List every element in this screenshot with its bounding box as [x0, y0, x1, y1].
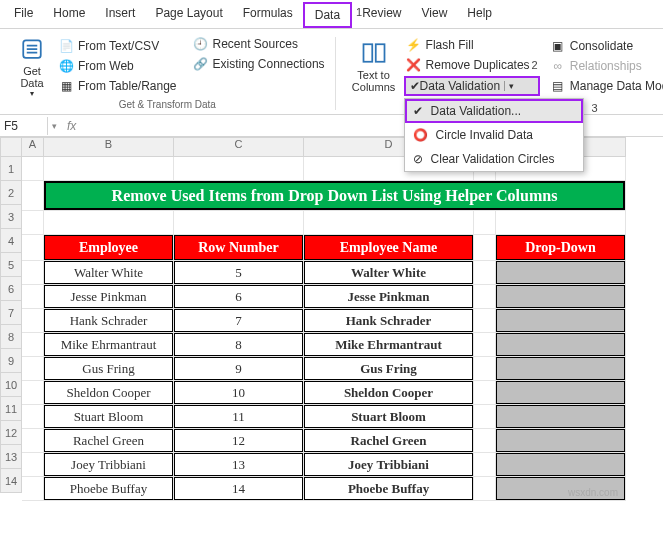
flash-fill[interactable]: ⚡Flash Fill [404, 36, 540, 54]
cell-rownumber[interactable]: 9 [174, 357, 304, 381]
row-header[interactable]: 13 [0, 445, 22, 469]
banner-cell[interactable]: Remove Used Items from Drop Down List Us… [44, 181, 626, 211]
cell-employee[interactable]: Rachel Green [44, 429, 174, 453]
existing-connections[interactable]: 🔗Existing Connections [191, 55, 327, 73]
cell[interactable] [22, 381, 44, 405]
fx-icon[interactable]: fx [61, 119, 82, 133]
tab-view[interactable]: View [412, 2, 458, 28]
cell[interactable] [22, 429, 44, 453]
cell-rownumber[interactable]: 12 [174, 429, 304, 453]
menu-data-validation[interactable]: ✔ Data Validation... [405, 99, 583, 123]
tab-help[interactable]: Help [457, 2, 502, 28]
cell[interactable] [304, 211, 474, 235]
cell-employeename[interactable]: Jesse Pinkman [304, 285, 474, 309]
relationships[interactable]: ∞Relationships [548, 57, 663, 75]
row-header[interactable]: 12 [0, 421, 22, 445]
row-header[interactable]: 7 [0, 301, 22, 325]
cell[interactable] [22, 357, 44, 381]
row-header[interactable]: 2 [0, 181, 22, 205]
cell-rownumber[interactable]: 8 [174, 333, 304, 357]
row-header[interactable]: 9 [0, 349, 22, 373]
cell-employee[interactable]: Gus Fring [44, 357, 174, 381]
tab-home[interactable]: Home [43, 2, 95, 28]
cell-employeename[interactable]: Walter White [304, 261, 474, 285]
col-header-C[interactable]: C [174, 137, 304, 157]
cell[interactable] [474, 211, 496, 235]
cell[interactable] [474, 235, 496, 261]
remove-duplicates[interactable]: ❌Remove Duplicates2 [404, 56, 540, 74]
cell-employee[interactable]: Hank Schrader [44, 309, 174, 333]
cell-rownumber[interactable]: 14 [174, 477, 304, 501]
select-all-corner[interactable] [0, 137, 22, 157]
row-header[interactable]: 3 [0, 205, 22, 229]
cell[interactable] [22, 211, 44, 235]
col-header-B[interactable]: B [44, 137, 174, 157]
cell[interactable] [474, 333, 496, 357]
cell-employee[interactable]: Walter White [44, 261, 174, 285]
name-box[interactable]: F5 [0, 117, 48, 135]
row-header[interactable]: 10 [0, 373, 22, 397]
cell-employee[interactable]: Sheldon Cooper [44, 381, 174, 405]
cell-dropdown[interactable] [496, 261, 626, 285]
cell-employee[interactable]: Joey Tribbiani [44, 453, 174, 477]
cell[interactable] [22, 405, 44, 429]
cell-rownumber[interactable]: 11 [174, 405, 304, 429]
menu-circle-invalid[interactable]: ⭕ Circle Invalid Data [405, 123, 583, 147]
recent-sources[interactable]: 🕘Recent Sources [191, 35, 327, 53]
cell[interactable] [474, 405, 496, 429]
cell-dropdown[interactable] [496, 429, 626, 453]
cell[interactable] [22, 181, 44, 211]
consolidate[interactable]: ▣Consolidate [548, 37, 663, 55]
header-employeename[interactable]: Employee Name [304, 235, 474, 261]
data-validation-split-button[interactable]: ✔ Data Validation ▾ [404, 76, 540, 96]
cell[interactable] [474, 285, 496, 309]
row-header[interactable]: 4 [0, 229, 22, 253]
row-header[interactable]: 11 [0, 397, 22, 421]
cell[interactable] [474, 381, 496, 405]
header-dropdown[interactable]: Drop-Down [496, 235, 626, 261]
cell[interactable] [22, 309, 44, 333]
cell-employeename[interactable]: Joey Tribbiani [304, 453, 474, 477]
cell[interactable] [474, 453, 496, 477]
from-web[interactable]: 🌐From Web [56, 57, 179, 75]
cell[interactable] [474, 261, 496, 285]
cell-rownumber[interactable]: 5 [174, 261, 304, 285]
cell-dropdown[interactable] [496, 357, 626, 381]
from-table-range[interactable]: ▦From Table/Range [56, 77, 179, 95]
cell[interactable] [474, 357, 496, 381]
cell-employee[interactable]: Jesse Pinkman [44, 285, 174, 309]
cells-area[interactable]: wsxdn.com Remove Used Items from Drop Do… [22, 157, 626, 501]
row-header[interactable]: 1 [0, 157, 22, 181]
cell[interactable] [22, 235, 44, 261]
cell-employeename[interactable]: Phoebe Buffay [304, 477, 474, 501]
row-header[interactable]: 14 [0, 469, 22, 493]
chevron-down-icon[interactable]: ▾ [504, 81, 514, 91]
tab-pagelayout[interactable]: Page Layout [145, 2, 232, 28]
manage-data-model[interactable]: ▤Manage Data Model [548, 77, 663, 95]
col-header-A[interactable]: A [22, 137, 44, 157]
cell[interactable] [22, 261, 44, 285]
cell-rownumber[interactable]: 10 [174, 381, 304, 405]
cell-rownumber[interactable]: 13 [174, 453, 304, 477]
text-to-columns-button[interactable]: Text to Columns [344, 35, 404, 97]
cell-dropdown[interactable] [496, 381, 626, 405]
header-rownumber[interactable]: Row Number [174, 235, 304, 261]
cell-rownumber[interactable]: 7 [174, 309, 304, 333]
tab-review[interactable]: Review [352, 2, 411, 28]
tab-formulas[interactable]: Formulas [233, 2, 303, 28]
tab-insert[interactable]: Insert [95, 2, 145, 28]
cell-employeename[interactable]: Gus Fring [304, 357, 474, 381]
namebox-dropdown-icon[interactable]: ▾ [48, 121, 61, 131]
cell[interactable] [44, 211, 174, 235]
cell[interactable] [22, 333, 44, 357]
cell-dropdown[interactable] [496, 333, 626, 357]
cell-employeename[interactable]: Stuart Bloom [304, 405, 474, 429]
header-employee[interactable]: Employee [44, 235, 174, 261]
cell-employeename[interactable]: Sheldon Cooper [304, 381, 474, 405]
cell-dropdown[interactable] [496, 285, 626, 309]
cell[interactable] [474, 309, 496, 333]
from-text-csv[interactable]: 📄From Text/CSV [56, 37, 179, 55]
cell[interactable] [496, 211, 626, 235]
cell-employeename[interactable]: Mike Ehrmantraut [304, 333, 474, 357]
cell-dropdown[interactable] [496, 405, 626, 429]
